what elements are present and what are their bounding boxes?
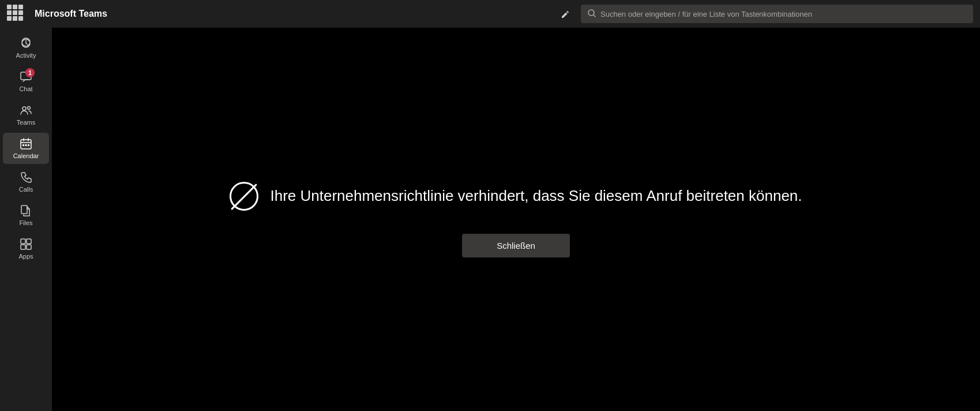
sidebar-item-activity-label: Activity — [16, 52, 36, 59]
sidebar-item-calls-label: Calls — [19, 186, 33, 193]
sidebar-item-teams[interactable]: Teams — [3, 99, 49, 130]
svg-point-4 — [28, 107, 31, 110]
sidebar-item-apps-label: Apps — [18, 253, 33, 260]
main-area: Activity 1 Chat Te — [0, 28, 980, 411]
svg-rect-12 — [21, 245, 25, 249]
content-area: Ihre Unternehmensrichtlinie verhindert, … — [52, 28, 980, 411]
teams-icon — [20, 104, 32, 117]
error-message: Ihre Unternehmensrichtlinie verhindert, … — [270, 187, 802, 205]
svg-rect-7 — [25, 144, 27, 146]
calendar-icon — [20, 137, 32, 150]
app-title: Microsoft Teams — [35, 9, 107, 19]
search-placeholder: Suchen oder eingeben / für eine Liste vo… — [600, 10, 812, 18]
sidebar-item-chat-label: Chat — [19, 85, 32, 92]
apps-icon — [20, 238, 32, 251]
chat-icon: 1 — [20, 70, 32, 83]
apps-grid-icon[interactable] — [7, 5, 25, 23]
blocked-icon — [230, 182, 258, 211]
svg-rect-9 — [21, 206, 27, 214]
files-icon — [20, 204, 32, 217]
sidebar-item-files[interactable]: Files — [3, 200, 49, 231]
chat-badge: 1 — [25, 68, 35, 77]
sidebar-item-calendar[interactable]: Calendar — [3, 133, 49, 164]
svg-rect-6 — [22, 144, 24, 146]
svg-rect-10 — [21, 239, 25, 244]
svg-line-1 — [594, 15, 595, 17]
svg-point-3 — [22, 107, 26, 110]
sidebar-item-activity[interactable]: Activity — [3, 32, 49, 63]
sidebar-item-chat[interactable]: 1 Chat — [3, 66, 49, 97]
error-container: Ihre Unternehmensrichtlinie verhindert, … — [230, 182, 802, 211]
sidebar-item-teams-label: Teams — [17, 119, 35, 126]
sidebar: Activity 1 Chat Te — [0, 28, 52, 411]
svg-rect-8 — [28, 144, 29, 146]
calls-icon — [20, 171, 32, 184]
sidebar-item-calendar-label: Calendar — [13, 152, 39, 159]
search-icon — [588, 9, 596, 19]
svg-rect-11 — [27, 239, 31, 244]
sidebar-item-calls[interactable]: Calls — [3, 166, 49, 197]
sidebar-item-apps[interactable]: Apps — [3, 233, 49, 264]
search-bar[interactable]: Suchen oder eingeben / für eine Liste vo… — [581, 5, 973, 23]
top-bar: Microsoft Teams Suchen oder eingeben / f… — [0, 0, 980, 28]
svg-rect-13 — [27, 245, 31, 249]
sidebar-item-files-label: Files — [19, 219, 32, 226]
activity-icon — [20, 37, 32, 50]
compose-icon[interactable] — [558, 6, 574, 22]
close-button[interactable]: Schließen — [462, 234, 570, 257]
